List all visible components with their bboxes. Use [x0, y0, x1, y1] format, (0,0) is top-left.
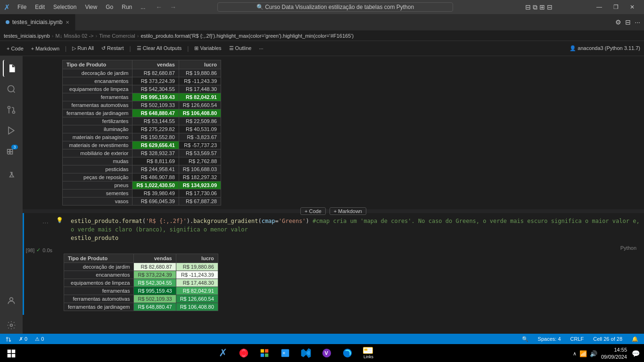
- panel-icon[interactable]: ⊞: [539, 3, 545, 11]
- cell-divider: + Code + Markdown: [23, 209, 644, 213]
- menu-run[interactable]: Run: [118, 3, 136, 11]
- table1-cell-vendas: R$ 244,958.41: [132, 165, 179, 173]
- menu-view[interactable]: View: [81, 3, 101, 11]
- cell-98-output: Python Tipo de Produto vendas lucro deco: [56, 244, 644, 313]
- menu-bar: File Edit Selection View Go Run ...: [14, 3, 149, 11]
- outline-button[interactable]: ☰ Outline: [226, 44, 255, 52]
- svg-rect-27: [364, 349, 368, 351]
- bc-mission[interactable]: M↓ Missão 02 ->: [56, 33, 94, 39]
- table1-row: pesticidasR$ 244,958.41R$ 106,688.03: [63, 165, 221, 173]
- settings-icon[interactable]: ⚙: [615, 18, 621, 26]
- taskbar-vscode[interactable]: ✗: [214, 344, 232, 362]
- table1-cell-lucro: R$ 17,730.06: [179, 189, 221, 197]
- notification-bell[interactable]: 🔔: [630, 336, 640, 342]
- code-line-2: estilo_produto: [67, 234, 644, 242]
- cell-98: ··· 💡 estilo_produto.format('R$ {:,.2f}'…: [23, 213, 644, 315]
- add-code-button[interactable]: + Code: [4, 45, 26, 52]
- maximize-button[interactable]: ❐: [608, 2, 624, 12]
- add-code-inline-button[interactable]: + Code: [300, 207, 326, 215]
- table1-cell-label: ferramentas: [63, 93, 132, 101]
- activitybar-debug[interactable]: [3, 122, 20, 139]
- table1-cell-label: pesticidas: [63, 165, 132, 173]
- table1-cell-label: encanamentos: [63, 77, 132, 85]
- bc-file[interactable]: testes_iniciais.ipynb: [4, 33, 50, 39]
- tab-close-button[interactable]: ✕: [66, 20, 69, 25]
- menu-more[interactable]: ...: [137, 3, 149, 11]
- encoding-indicator[interactable]: CRLF: [569, 336, 586, 342]
- table2-cell-label: ferramentas de jardinagem: [64, 303, 134, 311]
- add-markdown-inline-button[interactable]: + Markdown: [330, 207, 366, 215]
- tray-date-text: 09/09/2024: [601, 354, 627, 361]
- minimize-button[interactable]: —: [591, 2, 608, 12]
- add-markdown-button[interactable]: + Markdown: [28, 45, 62, 52]
- taskbar-calc[interactable]: ≡: [276, 344, 295, 362]
- bc-team[interactable]: Time Comercial: [99, 33, 135, 39]
- taskbar-opera[interactable]: [234, 344, 253, 362]
- windows-start-button[interactable]: [4, 346, 19, 361]
- th-tipo: Tipo de Produto: [63, 60, 132, 69]
- more-actions-icon[interactable]: ···: [635, 18, 640, 26]
- fn-estilo: estilo_produto: [71, 218, 118, 224]
- menu-file[interactable]: File: [14, 3, 30, 11]
- spaces-indicator[interactable]: Spaces: 4: [536, 336, 563, 342]
- taskbar-edge[interactable]: [338, 344, 357, 362]
- active-tab[interactable]: testes_iniciais.ipynb ✕: [0, 14, 75, 31]
- run-all-button[interactable]: ▷ Run All: [69, 44, 97, 52]
- restart-button[interactable]: ↺ Restart: [99, 44, 127, 52]
- table1-cell-label: mobiliário de exterior: [63, 149, 132, 157]
- table1-cell-lucro: R$ 67,887.28: [179, 197, 221, 206]
- activitybar-explorer[interactable]: [3, 60, 20, 77]
- clear-outputs-button[interactable]: ☰ Clear All Outputs: [134, 44, 185, 52]
- kernel-info[interactable]: 👤 anaconda3 (Python 3.11.7): [570, 45, 640, 51]
- variables-button[interactable]: ⊞ Variables: [191, 44, 224, 52]
- git-branch[interactable]: [4, 336, 13, 342]
- tray-up-arrow[interactable]: ∧: [573, 351, 577, 357]
- warnings-count[interactable]: ⚠ 0: [33, 336, 46, 342]
- table2-row: equipamentos de limpezaR$ 542,304.55R$ 1…: [64, 279, 218, 287]
- activitybar-account[interactable]: [3, 292, 20, 309]
- forward-button[interactable]: →: [167, 2, 179, 12]
- titlebar-search[interactable]: 🔍 Curso Data Visualization estilização d…: [217, 2, 453, 12]
- activitybar-search[interactable]: [3, 81, 20, 98]
- menu-go[interactable]: Go: [102, 3, 117, 11]
- activitybar-settings[interactable]: [3, 317, 20, 334]
- tray-clock[interactable]: 14:55 09/09/2024: [601, 346, 627, 361]
- bc-expression[interactable]: estilo_produto.format('R$ {:,.2f}').high…: [140, 33, 354, 39]
- close-button[interactable]: ✕: [624, 2, 640, 12]
- table2-cell-vendas: R$ 502,109.33: [134, 295, 176, 303]
- taskbar-explorer[interactable]: [255, 344, 274, 362]
- menu-selection[interactable]: Selection: [50, 3, 80, 11]
- tray-volume-icon[interactable]: 🔊: [590, 350, 597, 357]
- taskbar-purple[interactable]: V: [317, 344, 336, 362]
- table1-cell-vendas: R$ 629,656.41: [132, 141, 179, 149]
- taskbar-vscode2[interactable]: [297, 344, 315, 362]
- activitybar-extensions[interactable]: 3: [3, 143, 20, 160]
- notebook-wrapper[interactable]: Tipo de Produto vendas lucro decoração d…: [23, 56, 644, 334]
- split-editor-icon[interactable]: ⊟: [625, 18, 631, 26]
- layout-icon[interactable]: ⊟: [525, 3, 531, 11]
- svg-rect-17: [12, 354, 16, 358]
- activitybar-git[interactable]: [3, 101, 20, 118]
- more-toolbar-button[interactable]: ···: [256, 45, 266, 52]
- table1-cell-lucro: R$ 82,042.91: [179, 93, 221, 101]
- search-status-icon[interactable]: 🔍: [520, 336, 530, 342]
- errors-count[interactable]: ✗ 0: [17, 336, 29, 342]
- back-button[interactable]: ←: [153, 2, 165, 12]
- table1-row: materiais de paisagismoR$ 150,552.80R$ -…: [63, 133, 221, 141]
- table2-body: decoração de jardimR$ 82,680.87R$ 19,880…: [64, 263, 218, 311]
- menu-edit[interactable]: Edit: [31, 3, 49, 11]
- table1-row: encanamentosR$ 373,224.39R$ -11,243.39: [63, 77, 221, 85]
- table2-cell-lucro: R$ 106,408.80: [176, 303, 218, 311]
- cell-dots[interactable]: ···: [39, 217, 52, 229]
- grid-icon[interactable]: ⊟: [547, 3, 553, 11]
- svg-rect-9: [10, 152, 13, 154]
- activitybar-flask[interactable]: [3, 167, 20, 184]
- table1-row: sementesR$ 39,980.49R$ 17,730.06: [63, 189, 221, 197]
- split-icon[interactable]: ⧉: [533, 3, 537, 11]
- cell-position[interactable]: Cell 26 of 28: [591, 336, 624, 342]
- svg-rect-15: [12, 350, 16, 354]
- bc-sep3: ›: [137, 33, 139, 39]
- notification-button[interactable]: 💬: [631, 349, 640, 358]
- taskbar-links[interactable]: Links: [359, 344, 378, 362]
- tray-wifi-icon[interactable]: 📶: [579, 350, 587, 357]
